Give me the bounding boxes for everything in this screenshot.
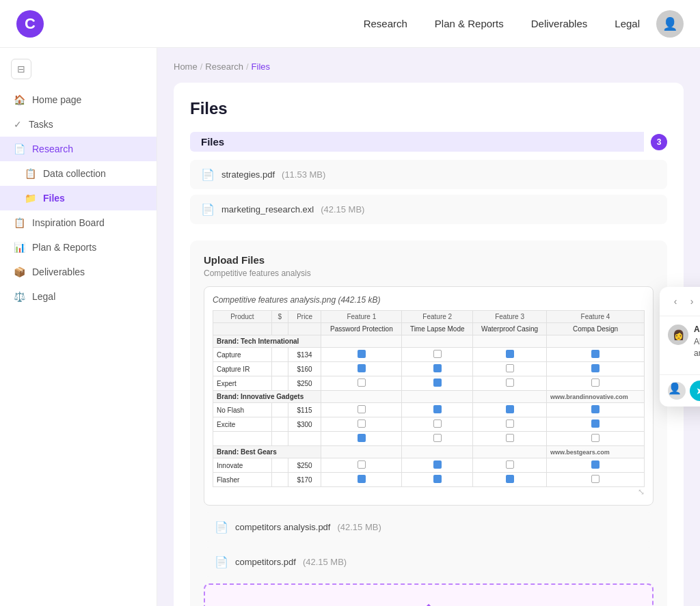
- chat-header: ‹ › Competitors ··· ○ ⤢ ✕: [660, 287, 700, 316]
- user-avatar[interactable]: 👤: [656, 10, 684, 38]
- preview-filename: Competitive features analysis.png (442.1…: [213, 295, 645, 305]
- chat-message-content: Anna Deb. 2m All the information from th…: [694, 325, 700, 359]
- spreadsheet-product-row: Expert $250: [213, 376, 645, 391]
- tasks-icon: ✓: [14, 119, 22, 130]
- spreadsheet-product-row: Innovate $250: [213, 458, 645, 473]
- file-item-competitors-analysis[interactable]: 📄 competitors analysis.pdf (42.15 MB): [204, 512, 654, 542]
- chat-prev-button[interactable]: ‹: [668, 294, 683, 309]
- file-preview-container: Competitive features analysis.png (442.1…: [204, 286, 654, 506]
- top-nav: C Research Plan & Reports Deliverables L…: [0, 0, 700, 48]
- plan-reports-icon: 📊: [14, 242, 25, 253]
- chat-sender-name: Anna Deb.: [694, 325, 700, 334]
- inspiration-icon: 📋: [14, 217, 25, 228]
- file-size-competitors-analysis: (42.15 MB): [337, 522, 381, 532]
- col-feature3: Feature 3: [473, 311, 547, 323]
- data-collection-icon: 📋: [25, 168, 36, 179]
- breadcrumb-home[interactable]: Home: [174, 61, 198, 72]
- upload-subtitle: Competitive features analysis: [204, 268, 654, 278]
- spreadsheet-product-row: Capture IR $160: [213, 362, 645, 376]
- chat-nav: ‹ ›: [668, 294, 699, 309]
- sidebar-item-files[interactable]: 📁 Files: [0, 186, 157, 210]
- col-feature1: Feature 1: [321, 311, 402, 323]
- page-card: Files Files 3 📄 strategies.pdf (11.53 MB…: [174, 83, 684, 606]
- nav-plan-reports[interactable]: Plan & Reports: [435, 18, 504, 29]
- col-dollar: $: [271, 311, 288, 323]
- file-name-marketing: marketing_research.exl: [221, 204, 314, 215]
- file-exl-icon: 📄: [201, 203, 215, 216]
- sidebar-item-inspiration-board[interactable]: 📋 Inspiration Board: [0, 210, 157, 235]
- chat-send-button[interactable]: ➤: [690, 381, 700, 401]
- nav-links: Research Plan & Reports Deliverables Leg…: [364, 18, 640, 29]
- files-section: Files 3 📄 strategies.pdf (11.53 MB) 📄 ma…: [190, 132, 667, 224]
- main-content: Home / Research / Files Files Files 3 📄 …: [157, 48, 700, 606]
- spreadsheet-product-row: Excite $300: [213, 417, 645, 432]
- sidebar-item-tasks[interactable]: ✓ Tasks: [0, 112, 157, 137]
- sub-timelapse: Time Lapse Mode: [402, 323, 473, 335]
- breadcrumb-sep-1: /: [200, 61, 203, 72]
- sub-waterproof: Waterproof Casing: [473, 323, 547, 335]
- spreadsheet-brand-row: Brand: Innovative Gadgetswww.brandinnova…: [213, 391, 645, 403]
- file-pdf-icon-3: 📄: [215, 555, 228, 568]
- col-feature2: Feature 2: [402, 311, 473, 323]
- file-name-competitors: competitors.pdf: [235, 557, 296, 567]
- chat-message-text: All the information from the competitor …: [694, 336, 700, 359]
- file-size-marketing: (42.15 MB): [321, 204, 364, 215]
- deliverables-icon: 📦: [14, 266, 25, 277]
- page-title: Files: [190, 99, 667, 118]
- file-item-competitors[interactable]: 📄 competitors.pdf (42.15 MB): [204, 547, 654, 577]
- sidebar-item-data-collection[interactable]: 📋 Data collection: [0, 161, 157, 186]
- breadcrumb: Home / Research / Files: [174, 61, 684, 72]
- file-pdf-icon: 📄: [201, 168, 215, 181]
- logo-icon: C: [16, 10, 44, 38]
- nav-legal[interactable]: Legal: [615, 18, 640, 29]
- spreadsheet-product-row: No Flash $115: [213, 403, 645, 417]
- file-item-marketing[interactable]: 📄 marketing_research.exl (42.15 MB): [190, 195, 667, 224]
- file-name-competitors-analysis: competitors analysis.pdf: [235, 522, 330, 532]
- nav-research[interactable]: Research: [364, 18, 407, 29]
- home-icon: 🏠: [14, 94, 25, 105]
- sidebar: ⊟ 🏠 Home page ✓ Tasks 📄 Research 📋 Data …: [0, 48, 157, 606]
- chat-input-avatar: 👤: [668, 382, 686, 400]
- chat-message: 👩 Anna Deb. 2m All the information from …: [668, 325, 700, 359]
- breadcrumb-files: Files: [252, 61, 270, 72]
- sidebar-item-deliverables[interactable]: 📦 Deliverables: [0, 260, 157, 284]
- files-header: Files 3: [190, 132, 667, 152]
- spreadsheet-brand-row: Brand: Tech International: [213, 335, 645, 348]
- files-badge: 3: [651, 134, 667, 150]
- file-pdf-icon-2: 📄: [215, 521, 228, 534]
- app-layout: ⊟ 🏠 Home page ✓ Tasks 📄 Research 📋 Data …: [0, 0, 700, 606]
- upload-section: Upload Files Competitive features analys…: [190, 240, 667, 606]
- chat-popup: ‹ › Competitors ··· ○ ⤢ ✕: [660, 287, 700, 407]
- spreadsheet-product-row: [213, 432, 645, 446]
- files-header-label: Files: [190, 132, 644, 152]
- breadcrumb-sep-2: /: [246, 61, 249, 72]
- sub-compa: Compa Design: [546, 323, 644, 335]
- sidebar-item-research[interactable]: 📄 Research: [0, 137, 157, 161]
- upload-title: Upload Files: [204, 254, 654, 266]
- resize-handle[interactable]: ⤡: [213, 487, 645, 497]
- legal-icon: ⚖️: [14, 291, 25, 302]
- chat-body: 👩 Anna Deb. 2m All the information from …: [660, 316, 700, 374]
- spreadsheet-product-row: Flasher $170: [213, 473, 645, 487]
- file-size-competitors: (42.15 MB): [303, 557, 347, 567]
- nav-deliverables[interactable]: Deliverables: [531, 18, 588, 29]
- file-size-strategies: (11.53 MB): [282, 169, 325, 180]
- col-price: Price: [288, 311, 321, 323]
- upload-icon: ⬆: [221, 601, 636, 606]
- spreadsheet-preview: Product $ Price Feature 1 Feature 2 Feat…: [213, 310, 645, 487]
- chat-msg-header: Anna Deb. 2m: [694, 325, 700, 334]
- sidebar-item-legal[interactable]: ⚖️ Legal: [0, 284, 157, 309]
- chat-next-button[interactable]: ›: [684, 294, 699, 309]
- sidebar-item-home-page[interactable]: 🏠 Home page: [0, 87, 157, 112]
- sidebar-collapse-button[interactable]: ⊟: [11, 59, 31, 79]
- chat-input-area: 👤 ➤: [660, 374, 700, 407]
- drop-zone[interactable]: ⬆ Drag file(s) here or click to upload: [204, 583, 654, 606]
- chat-sender-avatar: 👩: [668, 325, 688, 345]
- col-feature4: Feature 4: [546, 311, 644, 323]
- col-product: Product: [213, 311, 272, 323]
- spreadsheet-brand-row: Brand: Best Gearswww.bestgears.com: [213, 446, 645, 458]
- sub-password: Password Protection: [321, 323, 402, 335]
- breadcrumb-research[interactable]: Research: [205, 61, 243, 72]
- file-item-strategies[interactable]: 📄 strategies.pdf (11.53 MB): [190, 160, 667, 189]
- sidebar-item-plan-reports[interactable]: 📊 Plan & Reports: [0, 235, 157, 260]
